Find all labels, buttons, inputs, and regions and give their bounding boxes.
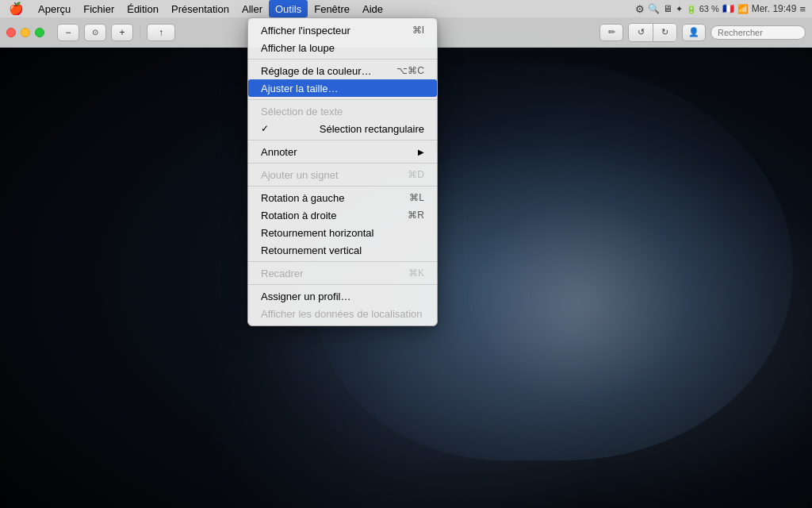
person-icon: 👤 [688, 27, 699, 37]
zoom-out-button[interactable]: − [57, 24, 79, 41]
annotate-button[interactable]: ✏ [599, 24, 623, 41]
selection-rectangulaire-label: Sélection rectangulaire [320, 123, 424, 135]
ajuster-taille-label: Ajuster la taille… [261, 83, 339, 94]
afficher-localisation-label: Afficher les données de localisation [261, 308, 423, 320]
close-button[interactable] [6, 28, 16, 37]
menu-retournement-vertical[interactable]: Retournement vertical [248, 241, 437, 259]
reglage-couleur-shortcut: ⌥⌘C [396, 65, 424, 76]
reglage-couleur-label: Réglage de la couleur… [261, 65, 371, 77]
traffic-lights [6, 28, 44, 37]
menu-afficher-loupe[interactable]: Afficher la loupe [248, 39, 437, 56]
submenu-arrow-icon: ▶ [418, 148, 424, 156]
separator-5 [248, 186, 437, 187]
menu-fichier[interactable]: Fichier [77, 0, 121, 17]
separator-6 [248, 261, 437, 262]
menu-recadrer: Recadrer ⌘K [248, 264, 437, 282]
wifi-icon[interactable]: 📶 [737, 4, 749, 14]
separator-2 [248, 99, 437, 100]
menu-apercu[interactable]: Aperçu [32, 0, 77, 17]
menubar: 🍎 Aperçu Fichier Édition Présentation Al… [0, 0, 812, 17]
menu-presentation[interactable]: Présentation [165, 0, 236, 17]
ajouter-signet-label: Ajouter un signet [261, 169, 339, 181]
retournement-vertical-label: Retournement vertical [261, 244, 362, 256]
share-button[interactable]: ↑ [147, 24, 175, 41]
recadrer-label: Recadrer [261, 267, 303, 279]
assigner-profil-label: Assigner un profil… [261, 291, 350, 302]
rotation-gauche-shortcut: ⌘L [409, 192, 424, 203]
separator-1 [248, 59, 437, 60]
rotate-right-button[interactable]: ↻ [653, 24, 676, 41]
rotation-droite-label: Rotation à droite [261, 210, 336, 221]
share-icon: ↑ [159, 27, 163, 38]
menu-fenetre[interactable]: Fenêtre [308, 0, 356, 17]
apple-icon: 🍎 [9, 2, 24, 16]
maximize-button[interactable] [35, 28, 44, 37]
menu-rotation-droite[interactable]: Rotation à droite ⌘R [248, 206, 437, 224]
menu-retournement-horizontal[interactable]: Retournement horizontal [248, 224, 437, 241]
rotate-left-button[interactable]: ↺ [629, 24, 653, 41]
menu-annoter[interactable]: Annoter ▶ [248, 143, 437, 160]
rotate-left-icon: ↺ [638, 27, 645, 37]
apple-menu-button[interactable]: 🍎 [0, 2, 32, 16]
profile-button[interactable]: 👤 [682, 24, 706, 41]
menu-selection-rectangulaire[interactable]: Sélection rectangulaire [248, 120, 437, 137]
separator-3 [248, 140, 437, 140]
zoom-actual-button[interactable]: ⊙ [84, 24, 106, 41]
menu-extras-icon[interactable]: ≡ [799, 3, 806, 15]
menu-assigner-profil[interactable]: Assigner un profil… [248, 287, 437, 305]
control-center-icon[interactable]: ⚙ [635, 3, 645, 15]
separator-4 [248, 163, 437, 164]
menu-ajuster-taille[interactable]: Ajuster la taille… [248, 79, 437, 97]
toolbar-separator-1 [140, 25, 140, 40]
flag-icon: 🇫🇷 [722, 3, 734, 14]
clock: Mer. 19:49 [752, 3, 797, 14]
afficher-inspecteur-label: Afficher l'inspecteur [261, 25, 350, 37]
annoter-label: Annoter [261, 146, 297, 158]
toolbar-right-group: ✏ ↺ ↻ 👤 [599, 23, 806, 42]
retournement-horizontal-label: Retournement horizontal [261, 227, 373, 239]
rotation-gauche-label: Rotation à gauche [261, 192, 345, 204]
separator-7 [248, 284, 437, 285]
selection-texte-label: Sélection de texte [261, 106, 343, 117]
menu-afficher-inspecteur[interactable]: Afficher l'inspecteur ⌘I [248, 21, 437, 39]
minimize-button[interactable] [21, 28, 30, 37]
zoom-out-icon: − [65, 27, 71, 38]
menu-ajouter-signet: Ajouter un signet ⌘D [248, 166, 437, 183]
search-input[interactable] [710, 25, 806, 40]
rotate-right-icon: ↻ [661, 27, 668, 37]
zoom-actual-icon: ⊙ [92, 28, 98, 37]
rotation-droite-shortcut: ⌘R [408, 210, 424, 221]
menu-reglage-couleur[interactable]: Réglage de la couleur… ⌥⌘C [248, 62, 437, 79]
menu-outils[interactable]: Outils [269, 0, 308, 17]
screen-icon[interactable]: 🖥 [663, 3, 672, 14]
afficher-loupe-label: Afficher la loupe [261, 42, 335, 54]
pencil-icon: ✏ [608, 27, 615, 37]
bluetooth-icon[interactable]: ✦ [676, 4, 683, 14]
zoom-in-button[interactable]: + [111, 24, 133, 41]
ajouter-signet-shortcut: ⌘D [408, 169, 424, 180]
menu-aller[interactable]: Aller [236, 0, 269, 17]
zoom-in-icon: + [119, 27, 124, 38]
menu-selection-texte: Sélection de texte [248, 102, 437, 120]
afficher-inspecteur-shortcut: ⌘I [412, 25, 424, 36]
menu-edition[interactable]: Édition [121, 0, 165, 17]
recadrer-shortcut: ⌘K [408, 267, 424, 279]
menu-aide[interactable]: Aide [356, 0, 389, 17]
menu-afficher-localisation: Afficher les données de localisation [248, 305, 437, 322]
menubar-right: ⚙ 🔍 🖥 ✦ 🔋 63 % 🇫🇷 📶 Mer. 19:49 ≡ [635, 3, 812, 15]
search-menu-icon[interactable]: 🔍 [648, 3, 660, 14]
menu-rotation-gauche[interactable]: Rotation à gauche ⌘L [248, 189, 437, 206]
battery-indicator: 🔋 63 % [686, 4, 719, 14]
search-container [710, 25, 806, 40]
outils-dropdown-menu: Afficher l'inspecteur ⌘I Afficher la lou… [247, 17, 438, 326]
